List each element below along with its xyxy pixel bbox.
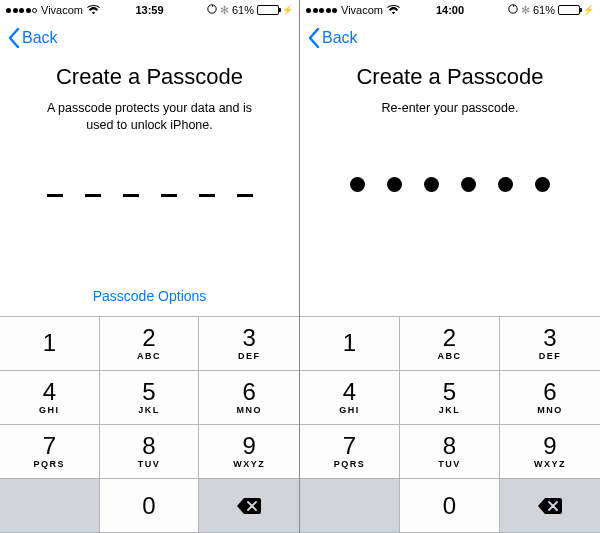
key-delete[interactable]: [500, 479, 600, 533]
carrier-label: Vivacom: [341, 4, 383, 16]
key-6[interactable]: 6MNO: [199, 371, 299, 425]
key-delete[interactable]: [199, 479, 299, 533]
nav-bar: Back: [0, 20, 299, 56]
key-7[interactable]: 7PQRS: [0, 425, 100, 479]
key-blank: [0, 479, 100, 533]
page-subtitle: A passcode protects your data and is use…: [27, 100, 272, 134]
key-8[interactable]: 8TUV: [100, 425, 200, 479]
page-title: Create a Passcode: [356, 64, 543, 90]
content: Create a Passcode Re-enter your passcode…: [300, 56, 600, 316]
passcode-options-link[interactable]: Passcode Options: [93, 288, 207, 304]
bluetooth-icon: ✻: [220, 4, 229, 17]
digit-4: [461, 177, 476, 192]
status-bar: Vivacom 14:00 ✻ 61% ⚡: [300, 0, 600, 20]
key-2[interactable]: 2ABC: [100, 317, 200, 371]
status-right: ✻ 61% ⚡: [207, 4, 293, 17]
rotation-lock-icon: [207, 4, 217, 16]
wifi-icon: [87, 5, 100, 15]
key-blank: [300, 479, 400, 533]
keypad: 1 2ABC 3DEF 4GHI 5JKL 6MNO 7PQRS 8TUV 9W…: [0, 316, 299, 533]
key-7[interactable]: 7PQRS: [300, 425, 400, 479]
digit-3: [424, 177, 439, 192]
page-title: Create a Passcode: [56, 64, 243, 90]
screen-right: Vivacom 14:00 ✻ 61% ⚡ Back Create a Pass…: [300, 0, 600, 533]
key-3[interactable]: 3DEF: [199, 317, 299, 371]
chevron-left-icon: [308, 28, 320, 48]
digit-1: [350, 177, 365, 192]
nav-bar: Back: [300, 20, 600, 56]
charging-icon: ⚡: [583, 5, 594, 15]
battery-icon: [257, 5, 279, 15]
signal-strength-icon: [6, 8, 37, 13]
battery-pct: 61%: [232, 4, 254, 16]
status-right: ✻ 61% ⚡: [508, 4, 594, 17]
backspace-icon: [537, 497, 563, 515]
key-1[interactable]: 1: [0, 317, 100, 371]
key-5[interactable]: 5JKL: [400, 371, 500, 425]
key-9[interactable]: 9WXYZ: [500, 425, 600, 479]
rotation-lock-icon: [508, 4, 518, 16]
digit-2: [387, 177, 402, 192]
wifi-icon: [387, 5, 400, 15]
status-bar: Vivacom 13:59 ✻ 61% ⚡: [0, 0, 299, 20]
signal-strength-icon: [306, 8, 337, 13]
page-subtitle: Re-enter your passcode.: [362, 100, 539, 117]
digit-5: [498, 177, 513, 192]
back-label: Back: [322, 29, 358, 47]
digit-2: [85, 194, 101, 197]
digit-5: [199, 194, 215, 197]
back-label: Back: [22, 29, 58, 47]
keypad: 1 2ABC 3DEF 4GHI 5JKL 6MNO 7PQRS 8TUV 9W…: [300, 316, 600, 533]
key-0[interactable]: 0: [400, 479, 500, 533]
digit-4: [161, 194, 177, 197]
key-1[interactable]: 1: [300, 317, 400, 371]
status-left: Vivacom: [306, 4, 400, 16]
key-9[interactable]: 9WXYZ: [199, 425, 299, 479]
digit-1: [47, 194, 63, 197]
content: Create a Passcode A passcode protects yo…: [0, 56, 299, 316]
key-4[interactable]: 4GHI: [0, 371, 100, 425]
digit-3: [123, 194, 139, 197]
passcode-input[interactable]: [47, 194, 253, 197]
key-5[interactable]: 5JKL: [100, 371, 200, 425]
bluetooth-icon: ✻: [521, 4, 530, 17]
digit-6: [535, 177, 550, 192]
key-2[interactable]: 2ABC: [400, 317, 500, 371]
passcode-input[interactable]: [350, 177, 550, 192]
chevron-left-icon: [8, 28, 20, 48]
key-0[interactable]: 0: [100, 479, 200, 533]
key-3[interactable]: 3DEF: [500, 317, 600, 371]
charging-icon: ⚡: [282, 5, 293, 15]
battery-icon: [558, 5, 580, 15]
key-6[interactable]: 6MNO: [500, 371, 600, 425]
back-button[interactable]: Back: [308, 28, 358, 48]
status-left: Vivacom: [6, 4, 100, 16]
screen-left: Vivacom 13:59 ✻ 61% ⚡ Back Create a Pass…: [0, 0, 300, 533]
back-button[interactable]: Back: [8, 28, 58, 48]
backspace-icon: [236, 497, 262, 515]
digit-6: [237, 194, 253, 197]
carrier-label: Vivacom: [41, 4, 83, 16]
key-8[interactable]: 8TUV: [400, 425, 500, 479]
key-4[interactable]: 4GHI: [300, 371, 400, 425]
battery-pct: 61%: [533, 4, 555, 16]
